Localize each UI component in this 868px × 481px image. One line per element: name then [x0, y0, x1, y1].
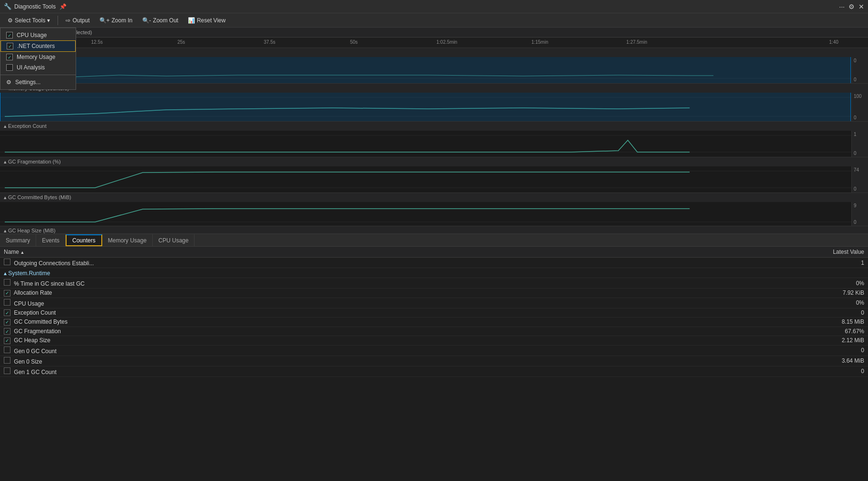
net-counters-label: .NET Counters: [17, 43, 55, 49]
memory-usage-label: Memory Usage: [17, 54, 55, 60]
table-row: GC Committed Bytes 8.15 MiB: [0, 317, 868, 327]
chart-gc-heap: ▴ GC Heap Size (MiB) 5 0: [0, 226, 868, 233]
title-bar-icon: 🔧: [4, 3, 11, 10]
row-checkbox-gc-heap[interactable]: [4, 337, 10, 344]
ui-analysis-checkbox[interactable]: [6, 64, 13, 71]
row-value-alloc-rate: 7.92 KiB: [621, 289, 868, 298]
timeline-ticks: 12.5s 25s 37.5s 50s 1:02.5min 1:15min 1:…: [5, 38, 868, 48]
table-row: CPU Usage 0%: [0, 298, 868, 308]
pin-icon[interactable]: 📌: [59, 3, 67, 10]
tick-1m40: 1:40: [829, 39, 838, 45]
row-checkbox-outgoing[interactable]: [4, 259, 10, 265]
zoom-in-icon: 🔍+: [99, 17, 110, 24]
chart-gc-frag-area: 74 0: [0, 166, 868, 192]
row-checkbox-gc-frag[interactable]: [4, 328, 10, 335]
tick-1m27: 1:27.5min: [626, 39, 647, 45]
select-tools-dropdown: CPU Usage .NET Counters Memory Usage UI …: [0, 28, 76, 90]
gc-committed-svg: [0, 202, 868, 226]
tick-50s: 50s: [350, 39, 358, 45]
row-checkbox-gen1-count[interactable]: [4, 367, 10, 374]
table-row: % Time in GC since last GC 0%: [0, 278, 868, 289]
toolbar-separator-1: [58, 16, 58, 25]
row-name: Gen 0 Size: [0, 356, 621, 366]
table-row: Gen 0 Size 3.64 MiB: [0, 356, 868, 366]
net-counters-checkbox[interactable]: [7, 43, 13, 49]
chart-memory-area: 100 0: [0, 93, 868, 121]
exception-svg: [0, 131, 868, 157]
cpu-usage-checkbox[interactable]: [6, 32, 13, 38]
memory-y-labels: 100 0: [851, 93, 868, 121]
gear-icon: ⚙: [8, 17, 13, 24]
table-row: Allocation Rate 7.92 KiB: [0, 289, 868, 298]
row-checkbox-gen0-size[interactable]: [4, 357, 10, 364]
memory-usage-checkbox[interactable]: [6, 54, 13, 60]
exception-y-labels: 1 0: [851, 131, 868, 157]
chart-exception-area: 1 0: [0, 131, 868, 157]
row-name: GC Heap Size: [0, 336, 621, 346]
dropdown-item-memory-usage[interactable]: Memory Usage: [0, 52, 76, 62]
zoom-in-button[interactable]: 🔍+ Zoom In: [96, 15, 137, 26]
title-bar: 🔧 Diagnostic Tools 📌 ··· ⚙ ✕: [0, 0, 868, 13]
table-row: Exception Count 0: [0, 308, 868, 317]
timeline-header: 12.5s 25s 37.5s 50s 1:02.5min 1:15min 1:…: [0, 38, 868, 48]
more-options-icon[interactable]: ···: [839, 3, 845, 10]
row-value-time-gc: 0%: [621, 278, 868, 289]
tick-1m15: 1:15min: [531, 39, 548, 45]
chart-net-counters-label: ▸ .NET Counters (counters): [0, 48, 868, 57]
main-content: Last 1:39 minutes (1:39 min selected) 12…: [0, 28, 868, 481]
tab-bar: Summary Events Counters Memory Usage CPU…: [0, 234, 868, 247]
row-name: GC Fragmentation: [0, 327, 621, 336]
chart-gc-committed-area: 9 0: [0, 202, 868, 226]
tick-25s: 25s: [177, 39, 185, 45]
row-value-cpu: 0%: [621, 298, 868, 308]
chart-memory-usage-label: ▸ Memory Usage (counters): [0, 84, 868, 93]
tab-memory-usage[interactable]: Memory Usage: [102, 234, 153, 246]
table-row: Gen 0 GC Count 0: [0, 345, 868, 356]
row-value-gc-frag: 67.67%: [621, 327, 868, 336]
dropdown-item-cpu-usage[interactable]: CPU Usage: [0, 30, 76, 40]
reset-view-icon: 📊: [188, 17, 195, 24]
output-button[interactable]: ⇨ Output: [62, 15, 93, 26]
row-value-gen0-size: 3.64 MiB: [621, 356, 868, 366]
time-info-bar: Last 1:39 minutes (1:39 min selected): [0, 28, 868, 38]
tab-cpu-usage[interactable]: CPU Usage: [153, 234, 195, 246]
row-checkbox-gen0-count[interactable]: [4, 346, 10, 353]
row-name: % Time in GC since last GC: [0, 278, 621, 289]
dropdown-item-net-counters[interactable]: .NET Counters: [0, 40, 76, 52]
settings-icon[interactable]: ⚙: [848, 3, 855, 10]
chart-gc-heap-label: ▴ GC Heap Size (MiB): [0, 226, 868, 233]
tab-counters[interactable]: Counters: [66, 234, 102, 246]
chart-exception-label: ▴ Exception Count: [0, 122, 868, 131]
output-icon: ⇨: [66, 17, 70, 24]
settings-label: Settings...: [15, 79, 40, 86]
row-value-outgoing: 1: [621, 258, 868, 268]
table-group-header: ▴ System.Runtime: [0, 268, 868, 278]
row-checkbox-cpu[interactable]: [4, 299, 10, 306]
col-value-header[interactable]: Latest Value: [621, 247, 868, 258]
row-name: GC Committed Bytes: [0, 317, 621, 327]
group-system-runtime: ▴ System.Runtime: [0, 268, 868, 278]
charts-container[interactable]: ▸ .NET Counters (counters) 0 0 ▸ Memory …: [0, 48, 868, 233]
dropdown-item-ui-analysis[interactable]: UI Analysis: [0, 62, 76, 73]
tab-events[interactable]: Events: [36, 234, 66, 246]
zoom-out-button[interactable]: 🔍- Zoom Out: [138, 15, 182, 26]
row-name: Gen 1 GC Count: [0, 366, 621, 376]
row-checkbox-gc-committed[interactable]: [4, 319, 10, 326]
tab-summary[interactable]: Summary: [0, 234, 36, 246]
row-checkbox-exc[interactable]: [4, 309, 10, 316]
table-container[interactable]: Name Latest Value Outgoing Connections E…: [0, 247, 868, 385]
col-name-header[interactable]: Name: [0, 247, 621, 258]
dropdown-arrow-icon: ▾: [47, 17, 50, 24]
row-checkbox-alloc-rate[interactable]: [4, 290, 10, 297]
reset-view-button[interactable]: 📊 Reset View: [184, 15, 229, 26]
select-tools-button[interactable]: ⚙ Select Tools ▾: [4, 15, 54, 26]
row-checkbox-time-gc[interactable]: [4, 279, 10, 286]
close-icon[interactable]: ✕: [858, 3, 864, 10]
counters-table: Name Latest Value Outgoing Connections E…: [0, 247, 868, 377]
settings-menu-item[interactable]: ⚙ Settings...: [0, 77, 76, 87]
row-name: Outgoing Connections Establi...: [0, 258, 621, 268]
title-bar-title: Diagnostic Tools: [14, 3, 56, 10]
row-value-gen1-count: 0: [621, 366, 868, 376]
row-name: Allocation Rate: [0, 289, 621, 298]
bottom-panel: Summary Events Counters Memory Usage CPU…: [0, 233, 868, 385]
